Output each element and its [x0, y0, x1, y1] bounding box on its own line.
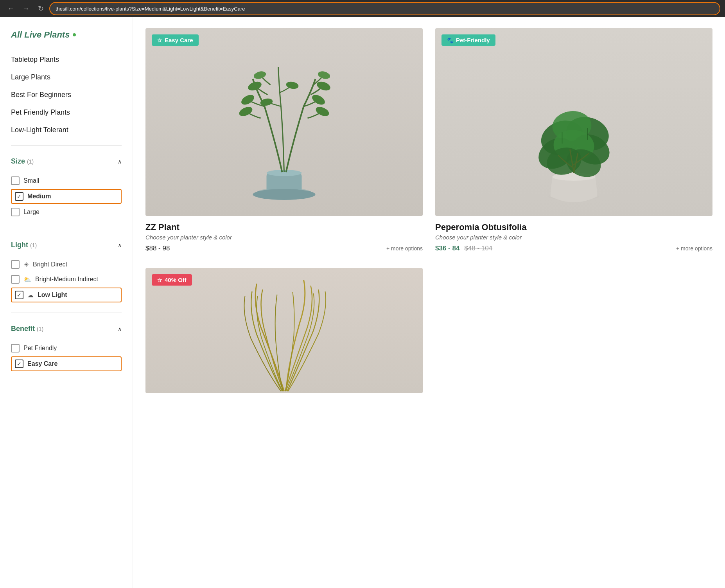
live-indicator — [73, 33, 76, 36]
divider-2 — [11, 229, 122, 229]
filter-benefit-easy-care[interactable]: ✓ Easy Care — [11, 356, 122, 371]
badge-easy-care: ☆ Easy Care — [152, 34, 199, 46]
checkbox-easy-care[interactable]: ✓ — [15, 360, 23, 368]
checkbox-low-light[interactable]: ✓ — [15, 291, 23, 299]
price-sale-peperomia: $36 - 84 — [435, 245, 459, 252]
product-info-peperomia: Peperomia Obtusifolia Choose your plante… — [435, 216, 712, 255]
product-image-dracaena: ☆ 40% Off — [145, 268, 423, 393]
check-medium: ✓ — [17, 193, 22, 200]
filter-benefit-header[interactable]: Benefit (1) ∧ — [11, 319, 122, 338]
browser-chrome: ← → ↻ — [0, 0, 725, 17]
label-easy-care: Easy Care — [27, 360, 57, 367]
product-image-peperomia: 🐾 Pet-Friendly — [435, 28, 712, 216]
svg-point-5 — [238, 105, 254, 118]
label-medium: Medium — [27, 193, 51, 200]
label-low-light: Low Light — [38, 291, 67, 298]
product-subtitle-peperomia: Choose your planter style & color — [435, 234, 712, 241]
filter-size-small[interactable]: Small — [11, 173, 122, 188]
more-options-peperomia[interactable]: + more options — [676, 245, 712, 252]
label-bright-medium: Bright-Medium Indirect — [35, 276, 98, 283]
filter-light-bright-direct[interactable]: ☀ Bright Direct — [11, 257, 122, 272]
filter-light-header[interactable]: Light (1) ∧ — [11, 236, 122, 254]
filter-benefit-pet-friendly[interactable]: Pet Friendly — [11, 341, 122, 356]
filter-section-size: Size (1) ∧ Small ✓ Medium — [11, 152, 122, 223]
sidebar-item-large[interactable]: Large Plants — [11, 68, 122, 86]
svg-point-9 — [314, 105, 330, 118]
price-zz: $88 - 98 — [145, 245, 170, 252]
product-name-peperomia: Peperomia Obtusifolia — [435, 222, 712, 232]
star-icon-sale: ☆ — [157, 277, 162, 283]
product-card-dracaena[interactable]: ☆ 40% Off — [145, 268, 423, 393]
checkbox-small[interactable] — [11, 176, 20, 185]
checkbox-large[interactable] — [11, 208, 20, 216]
dracaena-illustration — [145, 268, 423, 393]
filter-section-light: Light (1) ∧ ☀ Bright Direct ⛅ Bright-Med… — [11, 236, 122, 306]
reload-button[interactable]: ↻ — [35, 3, 46, 14]
svg-point-4 — [240, 93, 256, 106]
sidebar-item-pet-friendly[interactable]: Pet Friendly Plants — [11, 104, 122, 121]
filter-size-options: Small ✓ Medium Large — [11, 170, 122, 223]
filter-section-benefit: Benefit (1) ∧ Pet Friendly ✓ Easy Care — [11, 319, 122, 375]
svg-point-11 — [317, 70, 331, 80]
product-card-zz-plant[interactable]: ☆ Easy Care — [145, 28, 423, 255]
filter-light-title: Light (1) — [11, 241, 37, 249]
filter-benefit-count: (1) — [37, 326, 43, 332]
sidebar-item-tabletop[interactable]: Tabletop Plants — [11, 51, 122, 68]
price-original-peperomia: $48 - 104 — [464, 245, 492, 252]
svg-point-8 — [310, 93, 327, 106]
products-grid: ☆ Easy Care — [145, 28, 712, 393]
sidebar-nav: Tabletop Plants Large Plants Best For Be… — [11, 51, 122, 139]
filter-size-count: (1) — [27, 158, 34, 165]
product-subtitle-zz: Choose your planter style & color — [145, 234, 423, 241]
badge-text: Easy Care — [165, 37, 193, 43]
checkbox-bright-direct[interactable] — [11, 260, 20, 269]
product-pricing-peperomia: $36 - 84 $48 - 104 + more options — [435, 245, 712, 252]
filter-light-options: ☀ Bright Direct ⛅ Bright-Medium Indirect… — [11, 254, 122, 306]
label-small: Small — [23, 177, 39, 184]
product-info-zz: ZZ Plant Choose your planter style & col… — [145, 216, 423, 255]
filter-size-chevron: ∧ — [118, 158, 122, 165]
main-content: ☆ Easy Care — [133, 17, 725, 588]
product-image-zz: ☆ Easy Care — [145, 28, 423, 216]
sidebar: All Live Plants Tabletop Plants Large Pl… — [0, 17, 133, 588]
filter-light-chevron: ∧ — [118, 242, 122, 248]
badge-text-dracaena: 40% Off — [165, 277, 187, 283]
check-low-light: ✓ — [17, 292, 22, 298]
badge-text-peperomia: Pet-Friendly — [456, 37, 490, 43]
divider-1 — [11, 145, 122, 146]
svg-point-3 — [253, 189, 316, 200]
checkbox-bright-medium[interactable] — [11, 275, 20, 284]
checkbox-medium[interactable]: ✓ — [15, 192, 23, 201]
product-pricing-zz: $88 - 98 + more options — [145, 245, 423, 252]
filter-benefit-title: Benefit (1) — [11, 325, 43, 333]
filter-size-header[interactable]: Size (1) ∧ — [11, 152, 122, 170]
svg-point-7 — [253, 70, 267, 80]
sidebar-title[interactable]: All Live Plants — [11, 30, 122, 40]
filter-light-count: (1) — [30, 242, 37, 248]
label-bright-direct: Bright Direct — [33, 261, 67, 268]
filter-light-bright-medium[interactable]: ⛅ Bright-Medium Indirect — [11, 272, 122, 287]
product-name-zz: ZZ Plant — [145, 222, 423, 232]
filter-light-low-light[interactable]: ✓ ☁ Low Light — [11, 288, 122, 302]
checkbox-pet-friendly[interactable] — [11, 344, 20, 352]
forward-button[interactable]: → — [20, 3, 31, 14]
peperomia-illustration — [435, 28, 712, 216]
filter-size-medium[interactable]: ✓ Medium — [11, 189, 122, 204]
filter-size-large[interactable]: Large — [11, 205, 122, 219]
zz-plant-illustration — [145, 28, 423, 216]
page-container: All Live Plants Tabletop Plants Large Pl… — [0, 17, 725, 588]
address-bar[interactable] — [50, 3, 720, 14]
badge-sale: ☆ 40% Off — [152, 274, 192, 286]
product-card-peperomia[interactable]: 🐾 Pet-Friendly — [435, 28, 712, 255]
badge-pet-friendly: 🐾 Pet-Friendly — [441, 34, 495, 46]
cloud-sun-icon: ⛅ — [23, 276, 31, 283]
sidebar-item-low-light[interactable]: Low-Light Tolerant — [11, 121, 122, 139]
star-icon: ☆ — [157, 37, 162, 43]
label-large: Large — [23, 209, 39, 216]
sun-icon: ☀ — [23, 261, 29, 268]
cloud-icon: ☁ — [27, 291, 34, 299]
paw-icon: 🐾 — [447, 37, 454, 43]
more-options-zz[interactable]: + more options — [386, 245, 423, 252]
sidebar-item-beginners[interactable]: Best For Beginners — [11, 86, 122, 104]
back-button[interactable]: ← — [5, 3, 16, 14]
